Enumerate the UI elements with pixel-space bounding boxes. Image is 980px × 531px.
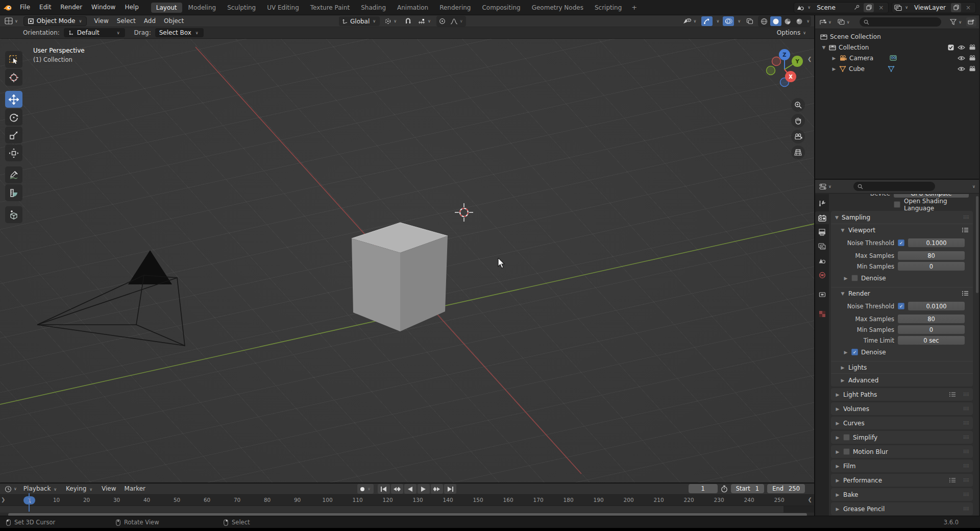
options-dropdown[interactable]: Options∨ [777, 29, 807, 36]
pivot-point-dropdown[interactable]: ∨ [383, 17, 399, 25]
scene-name[interactable]: Scene [814, 4, 849, 11]
performance-presets-icon[interactable] [949, 477, 956, 483]
camera-hide-eye-icon[interactable] [958, 56, 965, 61]
sampling-viewport-header[interactable]: ▼ Viewport [831, 224, 973, 236]
navigation-gizmo[interactable]: Z Y X [764, 48, 805, 91]
prev-keyframe-button[interactable] [391, 484, 403, 494]
light-paths-presets-icon[interactable] [949, 392, 956, 397]
start-frame-field[interactable]: Start1 [731, 484, 764, 493]
sampling-grip[interactable]: ⠿⠿ [963, 215, 969, 220]
workspace-tab-compositing[interactable]: Compositing [477, 3, 525, 13]
sampling-lights-header[interactable]: ▶ Lights [831, 361, 973, 373]
pin-icon[interactable] [851, 3, 862, 12]
auto-key-chevron[interactable]: ∨ [366, 487, 372, 491]
viewport-min-samples-field[interactable]: 0 [898, 262, 965, 271]
snap-target-dropdown[interactable]: ∨ [416, 18, 433, 25]
overlays-chevron[interactable]: ∨ [737, 19, 742, 23]
collection-exclude-checkbox[interactable] [948, 44, 954, 51]
properties-editor-type-button[interactable]: ∨ [818, 183, 834, 190]
workspace-tab-modeling[interactable]: Modeling [183, 3, 222, 13]
tool-rotate[interactable] [5, 109, 22, 126]
object-visibility-dropdown[interactable]: ∨ [681, 17, 699, 25]
jump-to-start-button[interactable] [378, 484, 390, 494]
workspace-tab-layout[interactable]: Layout [151, 3, 182, 13]
section-curves[interactable]: ▶Curves⠿⠿ [831, 417, 973, 429]
menu-file[interactable]: File [15, 0, 35, 15]
play-reverse-button[interactable] [404, 484, 416, 494]
add-workspace-button[interactable]: + [627, 4, 641, 11]
menu-view[interactable]: View [90, 15, 112, 27]
jump-to-end-button[interactable] [444, 484, 456, 494]
end-frame-field[interactable]: End250 [767, 484, 805, 493]
workspace-tab-scripting[interactable]: Scripting [590, 3, 627, 13]
cube-render-camera-icon[interactable] [969, 66, 976, 71]
render-noise-threshold-checkbox[interactable]: ✓ [898, 303, 904, 309]
play-button[interactable] [418, 484, 430, 494]
viewport-denoise-row[interactable]: ▶ Denoise [834, 272, 970, 284]
properties-options-chevron[interactable]: ∨ [971, 184, 976, 189]
section-grease-pencil[interactable]: ▶Grease Pencil⠿⠿ [831, 502, 973, 515]
outliner-display-mode-dropdown[interactable]: ∨ [836, 18, 852, 26]
timeline-expand-arrow[interactable]: ❯ [1, 497, 5, 502]
menu-tl-view[interactable]: View [97, 484, 120, 494]
drag-mode-dropdown[interactable]: Select Box ∨ [155, 28, 204, 37]
tool-annotate[interactable] [5, 166, 22, 183]
section-volumes[interactable]: ▶Volumes⠿⠿ [831, 402, 973, 415]
gizmos-toggle[interactable] [701, 16, 713, 26]
view-layer-icon[interactable] [894, 5, 902, 11]
properties-tab-object[interactable] [815, 288, 829, 301]
sampling-render-header[interactable]: ▼ Render [831, 287, 973, 299]
properties-tab-tool[interactable] [815, 197, 829, 210]
render-time-limit-field[interactable]: 0 sec [898, 336, 965, 345]
outliner-row-scene-collection[interactable]: Scene Collection [815, 31, 979, 42]
current-frame-field[interactable]: 1 [689, 484, 718, 493]
workspace-tab-sculpting[interactable]: Sculpting [222, 3, 261, 13]
menu-select[interactable]: Select [113, 15, 140, 27]
properties-tab-view-layer[interactable] [815, 240, 829, 253]
properties-tab-texture[interactable] [815, 307, 829, 320]
viewport-max-samples-field[interactable]: 80 [898, 251, 965, 260]
workspace-tab-animation[interactable]: Animation [392, 3, 433, 13]
timeline-collapse-arrow[interactable]: ❮ [808, 497, 812, 502]
workspace-tab-shading[interactable]: Shading [356, 3, 391, 13]
tool-cursor[interactable] [5, 69, 22, 86]
render-max-samples-field[interactable]: 80 [898, 315, 965, 323]
viewport-denoise-checkbox[interactable] [851, 275, 858, 281]
motion-blur-checkbox[interactable] [843, 448, 850, 455]
outliner-row-camera[interactable]: ▶ Camera [815, 53, 979, 63]
viewport-3d[interactable]: User Perspective (1) Collection [0, 39, 814, 482]
menu-window[interactable]: Window [87, 0, 120, 15]
new-scene-button[interactable] [864, 3, 874, 12]
properties-tab-scene[interactable] [815, 254, 829, 267]
properties-tab-output[interactable] [815, 226, 829, 238]
menu-add[interactable]: Add [140, 15, 160, 27]
remove-view-layer-icon[interactable]: × [963, 3, 973, 12]
stopwatch-icon[interactable] [721, 485, 728, 493]
view-layer-name[interactable]: ViewLayer [911, 4, 949, 11]
camera-view-button[interactable] [791, 130, 805, 143]
menu-playback[interactable]: Playback ∨ [19, 484, 62, 495]
shading-chevron[interactable]: ∨ [805, 19, 811, 23]
collection-render-camera-icon[interactable] [969, 44, 976, 50]
snap-toggle[interactable] [402, 16, 413, 26]
menu-help[interactable]: Help [120, 0, 143, 15]
sampling-panel-header[interactable]: ▼ Sampling ⠿⠿ [831, 211, 973, 224]
outliner-search-input[interactable] [860, 17, 941, 27]
section-simplify[interactable]: ▶ Simplify⠿⠿ [831, 431, 973, 444]
viewport-presets-icon[interactable] [962, 227, 969, 233]
cube-hide-eye-icon[interactable] [958, 66, 965, 71]
proportional-falloff-dropdown[interactable]: ∨ [449, 18, 465, 25]
menu-object[interactable]: Object [160, 15, 188, 27]
workspace-tab-rendering[interactable]: Rendering [434, 3, 476, 13]
properties-tab-world[interactable] [815, 269, 829, 281]
menu-render[interactable]: Render [56, 0, 87, 15]
collection-expand-arrow[interactable]: ▼ [821, 45, 826, 50]
properties-scrollbar[interactable] [976, 196, 978, 293]
workspace-tab-uv-editing[interactable]: UV Editing [262, 3, 304, 13]
camera-expand-arrow[interactable]: ▶ [831, 56, 837, 61]
overlays-toggle[interactable] [723, 16, 734, 26]
gizmos-chevron[interactable]: ∨ [715, 19, 720, 23]
workspace-tab-texture-paint[interactable]: Texture Paint [305, 3, 355, 13]
shading-solid-button[interactable] [770, 16, 781, 26]
properties-search-input[interactable] [853, 182, 935, 191]
